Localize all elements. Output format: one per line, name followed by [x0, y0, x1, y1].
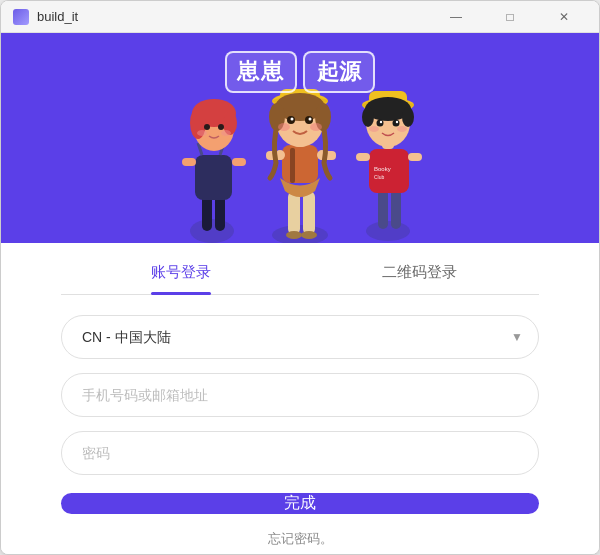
- app-window: build_it — □ ✕ 崽崽 起源: [0, 0, 600, 555]
- logo-sub: 起源: [303, 51, 375, 93]
- svg-point-58: [377, 120, 384, 127]
- svg-text:Club: Club: [374, 174, 385, 180]
- svg-rect-6: [182, 158, 196, 166]
- svg-point-20: [286, 231, 302, 239]
- svg-rect-19: [303, 191, 315, 235]
- svg-point-61: [396, 121, 398, 123]
- maximize-button[interactable]: □: [487, 1, 533, 33]
- region-selector[interactable]: CN - 中国大陆 ▼: [61, 315, 539, 359]
- svg-rect-22: [282, 145, 318, 183]
- app-logo: 崽崽 起源: [225, 51, 375, 93]
- forgot-password-link[interactable]: 忘记密码。: [268, 530, 333, 548]
- svg-point-41: [310, 123, 322, 131]
- svg-point-14: [218, 124, 224, 130]
- tab-qrcode[interactable]: 二维码登录: [300, 263, 539, 294]
- logo-main: 崽崽: [225, 51, 297, 93]
- svg-rect-44: [391, 189, 401, 229]
- svg-point-56: [362, 107, 374, 127]
- phone-email-group: [61, 373, 539, 417]
- app-title: build_it: [37, 9, 433, 24]
- select-wrapper: CN - 中国大陆 ▼: [61, 315, 539, 359]
- svg-point-13: [204, 124, 210, 130]
- minimize-button[interactable]: —: [433, 1, 479, 33]
- svg-point-62: [369, 126, 379, 132]
- hero-section: 崽崽 起源: [1, 33, 599, 243]
- svg-rect-49: [408, 153, 422, 161]
- svg-point-15: [197, 130, 207, 136]
- svg-point-63: [397, 126, 407, 132]
- password-group: [61, 431, 539, 475]
- app-icon: [13, 9, 29, 25]
- title-bar: build_it — □ ✕: [1, 1, 599, 33]
- svg-point-57: [402, 107, 414, 127]
- hero-characters: Booky Club: [140, 73, 460, 243]
- svg-rect-23: [290, 148, 295, 183]
- tab-account[interactable]: 账号登录: [61, 263, 300, 294]
- password-input[interactable]: [61, 431, 539, 475]
- login-content: 账号登录 二维码登录 CN - 中国大陆 ▼ 完成 忘记密码。: [1, 243, 599, 554]
- region-select[interactable]: CN - 中国大陆: [61, 315, 539, 359]
- svg-rect-3: [195, 155, 232, 200]
- svg-point-38: [291, 118, 294, 121]
- svg-point-40: [278, 123, 290, 131]
- svg-point-59: [393, 120, 400, 127]
- submit-button[interactable]: 完成: [61, 493, 539, 514]
- svg-point-21: [301, 231, 317, 239]
- svg-text:Booky: Booky: [374, 166, 391, 172]
- svg-rect-7: [232, 158, 246, 166]
- svg-point-60: [380, 121, 382, 123]
- svg-rect-18: [288, 191, 300, 235]
- phone-email-input[interactable]: [61, 373, 539, 417]
- svg-point-16: [221, 130, 231, 136]
- svg-rect-43: [378, 189, 388, 229]
- characters-svg: Booky Club: [140, 73, 460, 243]
- window-controls: — □ ✕: [433, 1, 587, 33]
- svg-rect-48: [356, 153, 370, 161]
- close-button[interactable]: ✕: [541, 1, 587, 33]
- svg-point-39: [309, 118, 312, 121]
- login-tabs: 账号登录 二维码登录: [61, 263, 539, 295]
